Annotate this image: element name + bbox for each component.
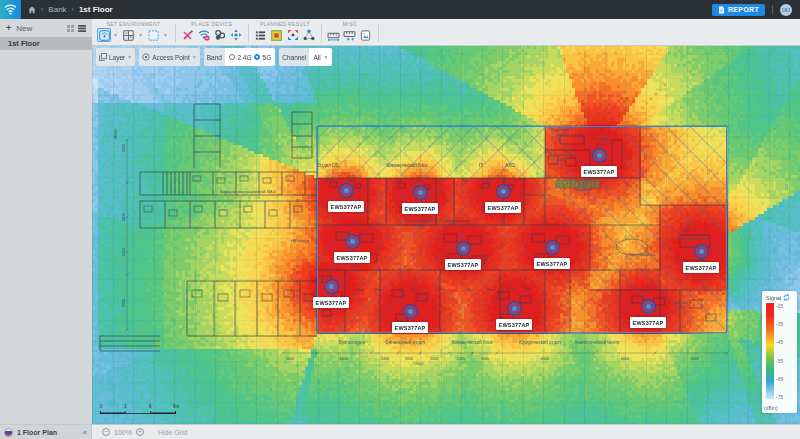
dashed-area-icon <box>148 30 159 41</box>
floorplan-room-label: Аналитический центр <box>574 339 620 345</box>
ap-box-tool-button[interactable] <box>97 28 111 42</box>
access-point-marker[interactable] <box>507 301 522 316</box>
arrows-tool-button[interactable] <box>286 28 300 42</box>
toolbar-group-icons <box>254 28 316 42</box>
move-icon <box>230 29 242 41</box>
legend-gradient-bar <box>766 303 774 399</box>
topbar-right: REPORT UU <box>712 4 800 16</box>
access-point-marker[interactable] <box>403 304 418 319</box>
ruler-plus-tool-button[interactable] <box>343 28 357 42</box>
home-icon[interactable] <box>28 6 36 14</box>
map-canvas-area[interactable]: Отдел СБКоммерческий блокITАХОЛифтовойхо… <box>92 46 800 424</box>
toolbar-group-icons <box>181 28 243 42</box>
dimension-label: 3600 <box>405 357 413 361</box>
new-floor-button[interactable]: New <box>16 24 32 33</box>
legend-tick: -65 <box>776 376 783 382</box>
band-24g-radio[interactable] <box>229 54 235 60</box>
access-point-label[interactable]: EWS377AP <box>581 166 617 177</box>
ruler-icon <box>327 30 340 41</box>
access-point-label[interactable]: EWS377AP <box>313 297 349 308</box>
zoom-out-button[interactable]: − <box>102 428 110 436</box>
report-button[interactable]: REPORT <box>712 4 765 16</box>
access-point-marker[interactable] <box>339 183 354 198</box>
access-point-marker[interactable] <box>345 234 360 249</box>
access-point-label[interactable]: EWS377AP <box>534 258 570 269</box>
language-flag-icon[interactable] <box>4 428 13 437</box>
move-tool-button[interactable] <box>229 28 243 42</box>
access-point-label[interactable]: EWS377AP <box>630 317 666 328</box>
legend-title: Signal <box>766 295 781 301</box>
legend-settings-icon[interactable] <box>783 294 790 301</box>
tool-dropdown-caret[interactable]: ▼ <box>113 32 118 38</box>
access-point-dropdown[interactable]: Access Point ▼ <box>139 48 200 66</box>
band-5g-label[interactable]: 5G <box>263 54 272 61</box>
ruler-tool-button[interactable] <box>327 28 341 42</box>
wifi-logo-icon <box>4 4 17 15</box>
tool-dropdown-caret[interactable]: ▼ <box>163 32 168 38</box>
planning-zone[interactable] <box>317 126 727 333</box>
device-group-tool-button[interactable] <box>213 28 227 42</box>
band-options: 2.4G 5G <box>225 48 275 66</box>
access-point-label[interactable]: EWS377AP <box>328 201 364 212</box>
layer-label: Layer <box>109 54 125 61</box>
heatmap-tool-button[interactable] <box>270 28 284 42</box>
toolbar-group-label: PLANNED RESULT <box>260 21 310 28</box>
svg-text:6000: 6000 <box>122 144 126 152</box>
access-point-label[interactable]: EWS377AP <box>392 322 428 333</box>
legend-tick: -45 <box>776 339 783 345</box>
access-point-label[interactable]: EWS377AP <box>683 262 719 273</box>
access-point-marker[interactable] <box>496 184 511 199</box>
layer-dropdown[interactable]: Layer ▼ <box>96 48 135 66</box>
export-tool-button[interactable] <box>359 28 373 42</box>
sidebar-item-floor[interactable]: 1st Floor <box>0 37 92 50</box>
access-point-marker[interactable] <box>694 244 709 259</box>
access-point-marker[interactable] <box>324 279 339 294</box>
channel-selector: Channel All ▼ <box>279 48 332 66</box>
channel-label: Channel <box>279 48 309 66</box>
floorplan-tool-button[interactable] <box>122 28 136 42</box>
ap-box-icon <box>99 30 110 41</box>
user-avatar[interactable]: UU <box>780 4 792 16</box>
wifi-signal-tool-button[interactable] <box>197 28 211 42</box>
access-point-label[interactable]: EWS377AP <box>496 319 532 330</box>
list-tool-button[interactable] <box>254 28 268 42</box>
layers-icon <box>99 53 107 61</box>
floorplan-room-label: Коммерческий блок <box>451 339 492 345</box>
floorplan-room-label: HR отдел <box>291 238 310 243</box>
topbar-divider <box>772 5 773 14</box>
collapse-panel-icon[interactable]: « <box>83 428 87 437</box>
app-logo[interactable] <box>0 0 21 19</box>
bottombar-plan-section: 1 Floor Plan « <box>0 425 92 439</box>
grid-view-icon[interactable] <box>67 25 74 32</box>
tool-dropdown-caret[interactable]: ▼ <box>138 32 143 38</box>
topology-tool-button[interactable] <box>302 28 316 42</box>
toolbar-group-label: SET ENVIRONMENT <box>106 21 160 28</box>
access-point-marker[interactable] <box>545 240 560 255</box>
access-point-marker[interactable] <box>592 148 607 163</box>
toolbar-group-icons: ▼▼▼ <box>97 28 170 42</box>
svg-text:72000: 72000 <box>413 362 424 366</box>
channel-dropdown[interactable]: All ▼ <box>309 48 332 66</box>
band-24g-label[interactable]: 2.4G <box>237 54 251 61</box>
dashed-area-tool-button[interactable] <box>147 28 161 42</box>
breadcrumb-project[interactable]: Bank <box>48 5 66 14</box>
wand-tool-button[interactable] <box>181 28 195 42</box>
list-view-icon[interactable] <box>78 25 86 32</box>
scale-label: 6 <box>149 404 152 409</box>
access-point-label[interactable]: EWS377AP <box>485 202 521 213</box>
access-point-label[interactable]: EWS377AP <box>445 259 481 270</box>
access-point-marker[interactable] <box>413 185 428 200</box>
access-point-marker[interactable] <box>641 299 656 314</box>
hide-grid-toggle[interactable]: Hide Grid <box>158 429 188 436</box>
floorplan-icon <box>123 30 134 41</box>
zoom-in-button[interactable]: + <box>136 428 144 436</box>
access-point-label[interactable]: EWS377AP <box>334 252 370 263</box>
legend-tick: -75 <box>776 394 783 400</box>
access-point-label[interactable]: EWS377AP <box>402 203 438 214</box>
app-window: › Bank › 1st Floor REPORT UU SET ENVIRON… <box>0 0 800 439</box>
floorplan-room-label: Юридический отдел <box>519 339 561 345</box>
access-point-marker[interactable] <box>456 241 471 256</box>
breadcrumb-separator: › <box>41 6 43 13</box>
plus-icon: + <box>6 23 11 33</box>
band-5g-radio[interactable] <box>254 54 260 60</box>
